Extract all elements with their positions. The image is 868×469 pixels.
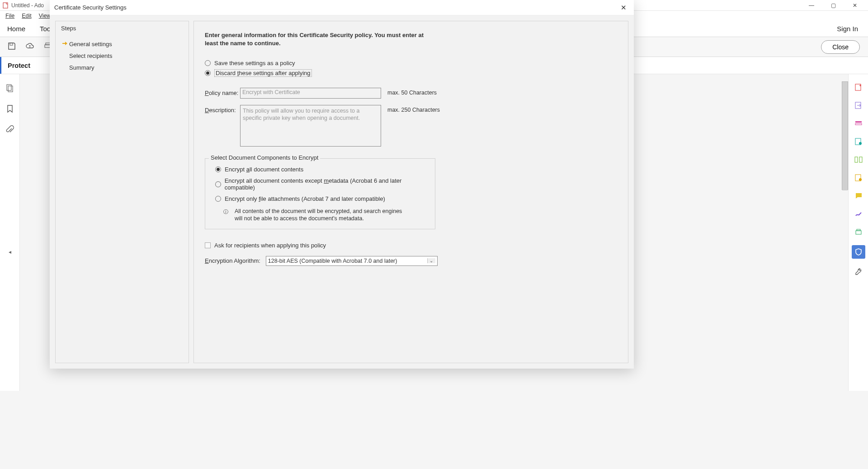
description-label: Description: — [205, 105, 240, 114]
menu-edit[interactable]: Edit — [18, 12, 35, 20]
step-summary[interactable]: Summary — [56, 62, 189, 73]
encrypt-info-row: ⓘ All contents of the document will be e… — [213, 208, 427, 223]
compare-icon[interactable] — [854, 155, 863, 165]
organize-icon[interactable] — [854, 118, 863, 128]
step-label: Select recipients — [69, 52, 112, 59]
radio-discard-after-applying[interactable]: Discard these settings after applying — [205, 69, 617, 77]
radio-encrypt-except-metadata[interactable]: Encrypt all document contents except met… — [213, 177, 427, 191]
policy-name-hint: max. 50 Characters — [387, 88, 437, 96]
svg-rect-8 — [855, 121, 862, 123]
radio-label: Encrypt only file attachments (Acrobat 7… — [225, 195, 385, 202]
step-label: General settings — [69, 41, 112, 47]
dialog-content-panel: Enter general information for this Certi… — [193, 21, 628, 363]
radio-save-as-policy[interactable]: Save these settings as a policy — [205, 60, 617, 66]
encryption-algorithm-label: Encryption Algorithm: — [205, 257, 260, 264]
dialog-close-icon[interactable]: ✕ — [618, 4, 629, 12]
window-close-icon[interactable]: ✕ — [848, 2, 862, 9]
protect-context-label: Protect — [1, 62, 30, 69]
select-value: 128-bit AES (Compatible with Acrobat 7.0… — [268, 258, 397, 264]
checkbox-icon — [205, 242, 211, 248]
svg-point-11 — [859, 142, 862, 145]
tab-home[interactable]: Home — [0, 21, 33, 37]
certificate-security-dialog: Certificate Security Settings ✕ Steps Ge… — [50, 0, 634, 369]
fill-sign-icon[interactable] — [854, 209, 863, 219]
radio-label: Encrypt all document contents — [225, 166, 303, 173]
checkbox-ask-recipients[interactable]: Ask for recipients when applying this po… — [205, 242, 617, 249]
cloud-upload-icon[interactable] — [25, 42, 34, 52]
radio-encrypt-attachments-only[interactable]: Encrypt only file attachments (Acrobat 7… — [213, 195, 427, 202]
policy-name-label: Policy name: — [205, 88, 240, 96]
svg-rect-0 — [3, 3, 8, 8]
pages-panel-icon[interactable] — [5, 83, 14, 94]
create-pdf-icon[interactable] — [854, 82, 863, 92]
encryption-algorithm-row: Encryption Algorithm: 128-bit AES (Compa… — [205, 256, 617, 266]
radio-label: Discard these settings after applying — [214, 69, 312, 77]
step-current-arrow-icon — [62, 41, 67, 47]
menu-file[interactable]: File — [2, 12, 18, 20]
comment-icon[interactable] — [854, 191, 863, 201]
attachment-icon[interactable] — [5, 125, 14, 136]
export-pdf-icon[interactable] — [854, 100, 863, 110]
step-general-settings[interactable]: General settings — [56, 38, 189, 50]
encryption-algorithm-select[interactable]: 128-bit AES (Compatible with Acrobat 7.0… — [266, 256, 438, 266]
svg-rect-4 — [7, 85, 11, 90]
svg-rect-12 — [855, 157, 858, 162]
steps-panel: Steps General settings Select recipients… — [55, 21, 189, 363]
fieldset-legend: Select Document Components to Encrypt — [209, 154, 320, 161]
sign-in-link[interactable]: Sign In — [827, 25, 868, 33]
right-tool-column — [848, 74, 868, 391]
policy-name-input[interactable]: Encrypt with Certificate — [240, 88, 381, 99]
document-scrollbar[interactable] — [842, 81, 848, 190]
more-tools-icon[interactable] — [854, 267, 863, 277]
radio-icon — [215, 196, 221, 202]
svg-point-15 — [859, 178, 862, 181]
bookmark-icon[interactable] — [5, 104, 14, 115]
step-label: Summary — [69, 64, 94, 71]
window-minimize-icon[interactable]: — — [805, 2, 818, 9]
checkbox-label: Ask for recipients when applying this po… — [214, 242, 326, 249]
svg-rect-13 — [859, 157, 862, 162]
radio-label: Save these settings as a policy — [214, 60, 295, 66]
edit-pdf-icon[interactable] — [854, 137, 863, 147]
left-nav-column: ◂ — [0, 74, 20, 391]
certificates-icon[interactable] — [854, 173, 863, 183]
dialog-intro-text: Enter general information for this Certi… — [205, 31, 431, 47]
radio-label: Encrypt all document contents except met… — [225, 177, 427, 191]
pdf-file-icon — [3, 2, 9, 9]
protect-tool-icon[interactable] — [852, 245, 865, 259]
save-icon[interactable] — [7, 42, 16, 52]
dialog-titlebar: Certificate Security Settings ✕ — [50, 0, 634, 15]
info-icon: ⓘ — [223, 208, 228, 223]
svg-rect-9 — [855, 123, 862, 125]
encrypt-info-text: All contents of the document will be enc… — [235, 208, 406, 223]
radio-icon — [205, 70, 211, 76]
steps-header: Steps — [56, 21, 189, 38]
description-textarea[interactable]: This policy will allow you to require ac… — [240, 105, 381, 147]
close-button[interactable]: Close — [821, 40, 860, 54]
radio-icon — [215, 166, 221, 172]
collapse-left-panel-icon[interactable]: ◂ — [9, 249, 11, 255]
policy-name-row: Policy name: Encrypt with Certificate ma… — [205, 88, 617, 99]
svg-rect-5 — [8, 86, 13, 92]
svg-rect-6 — [855, 84, 861, 90]
description-hint: max. 250 Characters — [387, 105, 440, 113]
svg-rect-17 — [857, 229, 860, 231]
dialog-title: Certificate Security Settings — [54, 4, 127, 11]
radio-icon — [205, 60, 211, 66]
svg-rect-16 — [856, 231, 861, 234]
radio-encrypt-all[interactable]: Encrypt all document contents — [213, 166, 427, 173]
encrypt-components-fieldset: Select Document Components to Encrypt En… — [205, 158, 435, 229]
chevron-down-icon: ⌄ — [427, 258, 435, 263]
description-row: Description: This policy will allow you … — [205, 105, 617, 147]
window-maximize-icon[interactable]: ▢ — [826, 2, 840, 9]
window-title: Untitled - Ado — [11, 2, 44, 9]
print-production-icon[interactable] — [854, 227, 863, 237]
step-select-recipients[interactable]: Select recipients — [56, 50, 189, 62]
radio-icon — [215, 181, 221, 187]
